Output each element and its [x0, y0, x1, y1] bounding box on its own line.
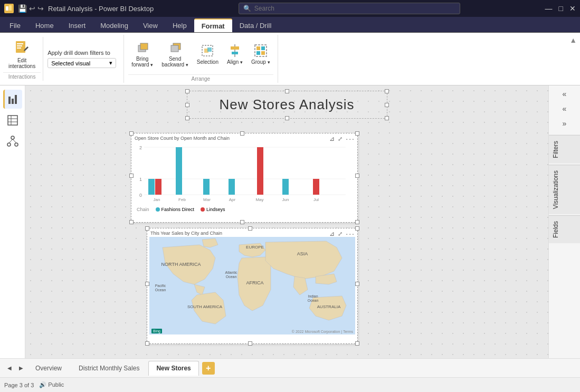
- handle-ml[interactable]: [185, 103, 189, 107]
- handle-tm[interactable]: [285, 89, 289, 93]
- svg-rect-21: [8, 97, 11, 104]
- chart-handle-tm[interactable]: [240, 131, 244, 136]
- chart-handle-br[interactable]: [355, 220, 359, 224]
- chart-handle-tr[interactable]: [355, 131, 359, 136]
- svg-point-29: [7, 143, 11, 146]
- handle-bm[interactable]: [285, 116, 289, 120]
- align-button[interactable]: Align ▾: [224, 41, 246, 68]
- svg-rect-40: [155, 179, 161, 195]
- svg-rect-46: [229, 179, 235, 195]
- selected-visual-dropdown[interactable]: Selected visual ▾: [47, 58, 116, 68]
- bar-chart-widget[interactable]: ⊿ ⤢ ··· Open Store Count by Open Month a…: [131, 133, 358, 223]
- svg-rect-5: [17, 47, 21, 49]
- tab-file[interactable]: File: [2, 18, 28, 32]
- selection-button[interactable]: Selection: [194, 41, 222, 67]
- canvas[interactable]: New Stores Analysis ⊿ ⤢ ···: [25, 85, 548, 358]
- send-backward-button[interactable]: Sendbackward ▾: [158, 38, 192, 70]
- svg-rect-50: [282, 179, 289, 195]
- tab-district-monthly-sales[interactable]: District Monthly Sales: [71, 361, 147, 376]
- svg-text:Ocean: Ocean: [226, 275, 237, 279]
- next-page-button[interactable]: ▶: [16, 363, 26, 374]
- tab-help[interactable]: Help: [165, 18, 194, 32]
- filters-tab[interactable]: Filters: [549, 135, 580, 164]
- map-controls: ⊿ ⤢ ···: [329, 230, 355, 238]
- svg-rect-44: [203, 179, 210, 195]
- chart-handle-bl[interactable]: [129, 220, 134, 224]
- tab-insert[interactable]: Insert: [61, 18, 93, 32]
- prev-page-button[interactable]: ◀: [4, 363, 15, 374]
- handle-tl[interactable]: [185, 89, 189, 93]
- nav-table[interactable]: [3, 111, 22, 130]
- svg-text:Indian: Indian: [308, 294, 318, 298]
- chart-handle-ml[interactable]: [129, 174, 134, 178]
- page-title: New Stores Analysis: [198, 97, 376, 113]
- more-options-icon[interactable]: ···: [346, 135, 355, 143]
- map-handle-mr[interactable]: [355, 282, 359, 286]
- undo-button[interactable]: ↩: [29, 4, 35, 13]
- svg-rect-23: [15, 95, 17, 104]
- map-copyright: © 2022 Microsoft Corporation | Terms: [292, 330, 353, 333]
- map-handle-bl[interactable]: [145, 341, 149, 346]
- map-handle-tl[interactable]: [145, 226, 149, 231]
- map-handle-bm[interactable]: [248, 341, 252, 346]
- tab-new-stores[interactable]: New Stores: [148, 361, 198, 376]
- bring-forward-button[interactable]: Bringforward ▾: [128, 38, 156, 70]
- tab-home[interactable]: Home: [28, 18, 61, 32]
- nav-report[interactable]: [3, 90, 22, 109]
- chart-handle-tl[interactable]: [129, 131, 134, 136]
- close-button[interactable]: ✕: [569, 4, 576, 13]
- send-backward-label: Sendbackward ▾: [161, 56, 188, 68]
- visualizations-tab[interactable]: Visualizations: [549, 165, 580, 214]
- filter-icon[interactable]: ⊿: [329, 135, 335, 142]
- save-button[interactable]: 💾: [18, 4, 27, 13]
- edit-interactions-button[interactable]: Edit interactions: [3, 37, 41, 71]
- map-handle-tr[interactable]: [355, 226, 359, 231]
- svg-rect-3: [17, 43, 23, 44]
- search-input[interactable]: [254, 5, 455, 12]
- svg-text:AUSTRALIA: AUSTRALIA: [317, 304, 341, 309]
- search-icon: 🔍: [243, 5, 251, 12]
- chart-handle-mr[interactable]: [355, 174, 359, 178]
- ribbon-collapse-button[interactable]: ▲: [569, 36, 577, 44]
- tab-modeling[interactable]: Modeling: [93, 18, 136, 32]
- report-view-icon: [7, 93, 19, 105]
- svg-text:Mar: Mar: [203, 197, 211, 202]
- chart-handle-bm[interactable]: [240, 220, 244, 224]
- handle-tr[interactable]: [385, 89, 389, 93]
- selection-icon: [200, 43, 215, 58]
- handle-mr[interactable]: [385, 103, 389, 107]
- expand-icon[interactable]: ⤢: [338, 136, 343, 142]
- expand-all-button[interactable]: »: [560, 117, 569, 130]
- undo-redo-group: 💾 ↩ ↪: [18, 4, 44, 13]
- handle-br[interactable]: [385, 116, 389, 120]
- interactions-section: Edit interactions Interactions Apply dri…: [0, 35, 124, 83]
- nav-model[interactable]: [3, 132, 22, 151]
- search-bar[interactable]: 🔍: [239, 3, 460, 14]
- map-handle-br[interactable]: [355, 341, 359, 346]
- collapse-filter-button[interactable]: «: [560, 102, 569, 115]
- svg-line-31: [9, 139, 13, 143]
- svg-text:2: 2: [139, 145, 142, 150]
- tab-view[interactable]: View: [136, 18, 165, 32]
- map-handle-tm[interactable]: [248, 226, 252, 231]
- map-filter-icon[interactable]: ⊿: [329, 230, 335, 237]
- tab-overview[interactable]: Overview: [27, 361, 70, 376]
- add-page-button[interactable]: +: [202, 362, 215, 375]
- map-handle-ml[interactable]: [145, 282, 149, 286]
- fields-tab[interactable]: Fields: [549, 215, 580, 243]
- svg-rect-15: [232, 52, 238, 54]
- svg-text:EUROPE: EUROPE: [246, 245, 264, 250]
- collapse-panels-button[interactable]: «: [560, 88, 569, 100]
- handle-bl[interactable]: [185, 116, 189, 120]
- map-expand-icon[interactable]: ⤢: [338, 231, 343, 237]
- svg-text:NORTH AMERICA: NORTH AMERICA: [161, 262, 201, 267]
- minimize-button[interactable]: —: [545, 4, 553, 13]
- map-chart-widget[interactable]: ⊿ ⤢ ··· This Year Sales by City and Chai…: [147, 228, 358, 344]
- svg-rect-42: [176, 147, 182, 195]
- maximize-button[interactable]: □: [559, 4, 563, 13]
- tab-data-drill[interactable]: Data / Drill: [232, 18, 279, 32]
- redo-button[interactable]: ↪: [37, 4, 44, 13]
- tab-format[interactable]: Format: [194, 18, 232, 32]
- group-button[interactable]: Group ▾: [248, 41, 273, 68]
- map-more-options-icon[interactable]: ···: [346, 230, 355, 238]
